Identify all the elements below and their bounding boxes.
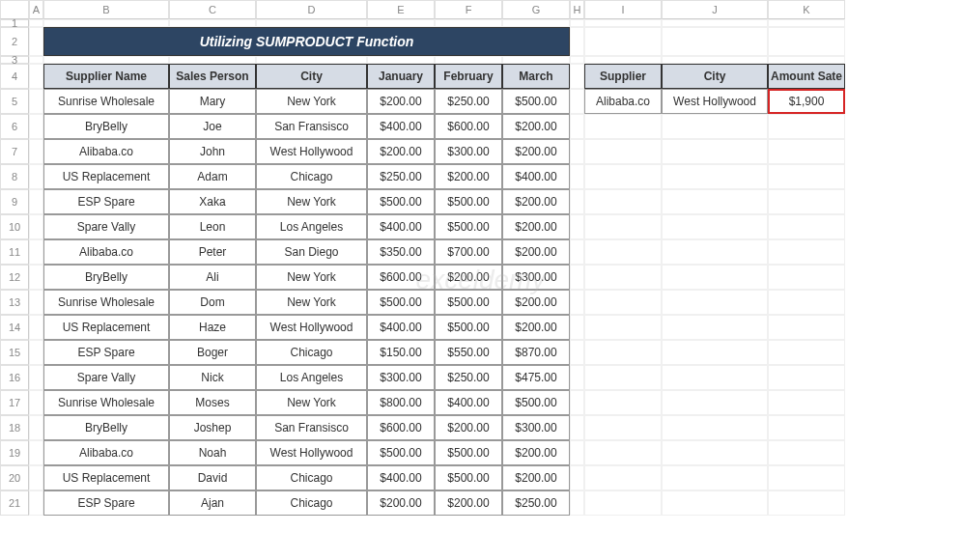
cell[interactable]: [662, 465, 768, 490]
table-header[interactable]: City: [256, 64, 367, 89]
table-cell[interactable]: $600.00: [367, 265, 435, 290]
cell[interactable]: [570, 340, 584, 365]
cell[interactable]: [29, 27, 43, 56]
table-cell[interactable]: BryBelly: [43, 265, 169, 290]
table-cell[interactable]: Xaka: [169, 189, 256, 214]
row-header-21[interactable]: 21: [0, 490, 29, 516]
cell[interactable]: [662, 114, 768, 139]
cell[interactable]: [29, 415, 43, 440]
cell[interactable]: [768, 164, 845, 189]
table-cell[interactable]: $400.00: [367, 315, 435, 340]
table-cell[interactable]: New York: [256, 390, 367, 415]
cell[interactable]: [768, 465, 845, 490]
table-cell[interactable]: $250.00: [435, 89, 502, 114]
cell[interactable]: [584, 189, 662, 214]
table-cell[interactable]: $200.00: [502, 214, 570, 239]
table-cell[interactable]: $200.00: [502, 465, 570, 490]
table-cell[interactable]: $200.00: [435, 490, 502, 516]
table-cell[interactable]: David: [169, 465, 256, 490]
table-header[interactable]: January: [367, 64, 435, 89]
row-header-10[interactable]: 10: [0, 214, 29, 239]
cell[interactable]: [570, 19, 584, 27]
table-cell[interactable]: $200.00: [502, 114, 570, 139]
cell[interactable]: [256, 56, 367, 64]
row-header-18[interactable]: 18: [0, 415, 29, 440]
cell[interactable]: [584, 415, 662, 440]
row-header-7[interactable]: 7: [0, 139, 29, 164]
table-cell[interactable]: West Hollywood: [256, 440, 367, 465]
table-cell[interactable]: $500.00: [367, 440, 435, 465]
cell[interactable]: [256, 19, 367, 27]
cell[interactable]: [570, 440, 584, 465]
cell[interactable]: [768, 19, 845, 27]
table-cell[interactable]: $200.00: [435, 265, 502, 290]
table-cell[interactable]: San Fransisco: [256, 114, 367, 139]
table-cell[interactable]: Moses: [169, 390, 256, 415]
table-cell[interactable]: BryBelly: [43, 415, 169, 440]
table-cell[interactable]: San Fransisco: [256, 415, 367, 440]
cell[interactable]: [502, 19, 570, 27]
col-header-K[interactable]: K: [768, 0, 845, 19]
table-cell[interactable]: $250.00: [502, 490, 570, 516]
row-header-5[interactable]: 5: [0, 89, 29, 114]
cell[interactable]: [768, 390, 845, 415]
table-cell[interactable]: $200.00: [502, 440, 570, 465]
table-cell[interactable]: Peter: [169, 239, 256, 265]
col-header-J[interactable]: J: [662, 0, 768, 19]
col-header-C[interactable]: C: [169, 0, 256, 19]
table-cell[interactable]: Chicago: [256, 465, 367, 490]
table-cell[interactable]: $200.00: [367, 89, 435, 114]
cell[interactable]: [768, 440, 845, 465]
table-cell[interactable]: $400.00: [502, 164, 570, 189]
table-header[interactable]: Sales Person: [169, 64, 256, 89]
cell[interactable]: [570, 415, 584, 440]
table-cell[interactable]: $200.00: [367, 139, 435, 164]
row-header-20[interactable]: 20: [0, 465, 29, 490]
table-cell[interactable]: $600.00: [435, 114, 502, 139]
table-cell[interactable]: Joshep: [169, 415, 256, 440]
row-header-12[interactable]: 12: [0, 265, 29, 290]
col-header-A[interactable]: A: [29, 0, 43, 19]
cell[interactable]: [768, 265, 845, 290]
table-cell[interactable]: BryBelly: [43, 114, 169, 139]
table-cell[interactable]: Spare Vally: [43, 365, 169, 390]
table-cell[interactable]: $500.00: [502, 89, 570, 114]
cell[interactable]: [662, 315, 768, 340]
cell[interactable]: [662, 265, 768, 290]
cell[interactable]: [662, 27, 768, 56]
cell[interactable]: [584, 340, 662, 365]
cell[interactable]: [662, 340, 768, 365]
table-cell[interactable]: Mary: [169, 89, 256, 114]
cell[interactable]: [29, 290, 43, 315]
table-cell[interactable]: Haze: [169, 315, 256, 340]
table-cell[interactable]: West Hollywood: [256, 139, 367, 164]
cell[interactable]: [29, 139, 43, 164]
row-header-14[interactable]: 14: [0, 315, 29, 340]
table-cell[interactable]: $250.00: [367, 164, 435, 189]
cell[interactable]: [29, 465, 43, 490]
table-cell[interactable]: $350.00: [367, 239, 435, 265]
cell[interactable]: [570, 365, 584, 390]
cell[interactable]: [570, 164, 584, 189]
table-cell[interactable]: $200.00: [435, 164, 502, 189]
col-header-I[interactable]: I: [584, 0, 662, 19]
table-cell[interactable]: $870.00: [502, 340, 570, 365]
table-cell[interactable]: $500.00: [367, 290, 435, 315]
cell[interactable]: [584, 214, 662, 239]
cell[interactable]: [29, 390, 43, 415]
cell[interactable]: [584, 365, 662, 390]
cell[interactable]: [29, 164, 43, 189]
table-cell[interactable]: $250.00: [435, 365, 502, 390]
cell[interactable]: [29, 365, 43, 390]
table-cell[interactable]: $200.00: [502, 189, 570, 214]
table-cell[interactable]: $800.00: [367, 390, 435, 415]
cell[interactable]: [570, 390, 584, 415]
cell[interactable]: [662, 189, 768, 214]
table-cell[interactable]: $550.00: [435, 340, 502, 365]
cell[interactable]: [768, 365, 845, 390]
table-cell[interactable]: Sunrise Wholesale: [43, 89, 169, 114]
cell[interactable]: [584, 465, 662, 490]
cell[interactable]: [662, 19, 768, 27]
cell[interactable]: [570, 290, 584, 315]
lookup-value[interactable]: Alibaba.co: [584, 89, 662, 114]
